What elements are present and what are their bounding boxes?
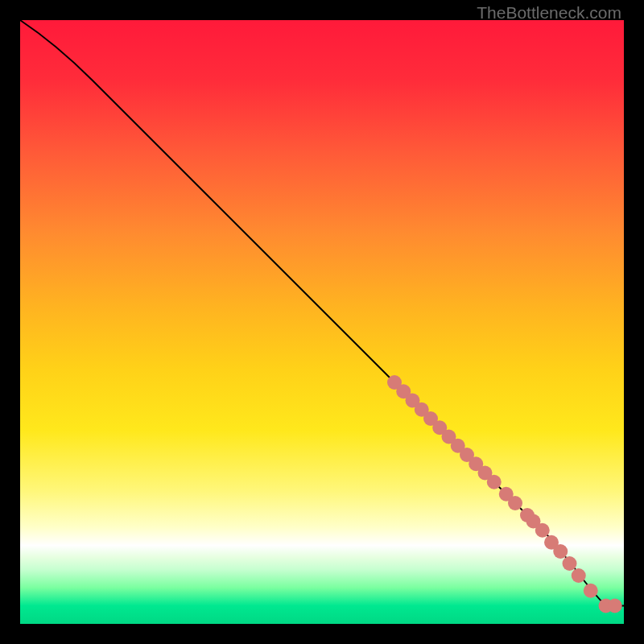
scatter-cluster	[387, 375, 622, 613]
scatter-point	[608, 599, 622, 613]
scatter-point	[535, 523, 550, 538]
scatter-point	[553, 544, 568, 559]
chart-overlay	[20, 20, 624, 624]
scatter-point	[508, 496, 522, 510]
scatter-point	[584, 584, 598, 598]
scatter-point	[572, 568, 586, 583]
scatter-point	[487, 475, 502, 489]
scatter-point	[563, 556, 577, 571]
chart-plot-area	[20, 20, 624, 624]
